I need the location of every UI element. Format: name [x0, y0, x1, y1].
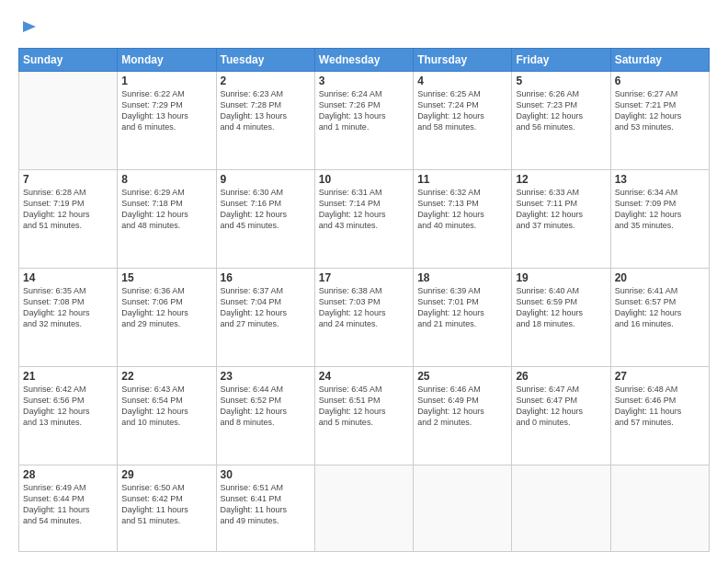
day-number: 24 — [319, 370, 409, 383]
week-row-2: 14Sunrise: 6:35 AM Sunset: 7:08 PM Dayli… — [19, 268, 710, 366]
day-number: 25 — [417, 370, 507, 383]
day-info: Sunrise: 6:36 AM Sunset: 7:06 PM Dayligh… — [121, 285, 211, 330]
calendar-cell — [512, 465, 610, 551]
day-info: Sunrise: 6:32 AM Sunset: 7:13 PM Dayligh… — [417, 187, 507, 232]
week-row-3: 21Sunrise: 6:42 AM Sunset: 6:56 PM Dayli… — [19, 366, 710, 465]
day-info: Sunrise: 6:27 AM Sunset: 7:21 PM Dayligh… — [615, 88, 705, 133]
day-number: 11 — [417, 173, 507, 186]
logo — [18, 15, 38, 39]
logo-arrow-icon — [21, 18, 38, 35]
day-number: 2 — [221, 75, 311, 87]
day-number: 20 — [615, 271, 705, 284]
day-info: Sunrise: 6:29 AM Sunset: 7:18 PM Dayligh… — [121, 187, 211, 232]
week-row-0: 1Sunrise: 6:22 AM Sunset: 7:29 PM Daylig… — [19, 72, 710, 170]
day-number: 22 — [121, 370, 211, 383]
day-number: 14 — [23, 271, 113, 284]
calendar-cell: 18Sunrise: 6:39 AM Sunset: 7:01 PM Dayli… — [414, 268, 512, 366]
calendar-cell: 12Sunrise: 6:33 AM Sunset: 7:11 PM Dayli… — [512, 169, 610, 268]
day-info: Sunrise: 6:43 AM Sunset: 6:54 PM Dayligh… — [121, 384, 211, 429]
day-number: 19 — [516, 271, 606, 284]
calendar-cell: 28Sunrise: 6:49 AM Sunset: 6:44 PM Dayli… — [19, 465, 118, 551]
svg-marker-0 — [23, 21, 36, 32]
day-number: 12 — [516, 173, 606, 186]
day-info: Sunrise: 6:41 AM Sunset: 6:57 PM Dayligh… — [615, 285, 705, 330]
day-info: Sunrise: 6:22 AM Sunset: 7:29 PM Dayligh… — [121, 88, 211, 133]
calendar-cell: 19Sunrise: 6:40 AM Sunset: 6:59 PM Dayli… — [512, 268, 610, 366]
day-info: Sunrise: 6:24 AM Sunset: 7:26 PM Dayligh… — [319, 88, 409, 133]
calendar-cell: 23Sunrise: 6:44 AM Sunset: 6:52 PM Dayli… — [216, 366, 314, 465]
header — [18, 15, 710, 39]
calendar-cell — [314, 465, 413, 551]
col-header-saturday: Saturday — [610, 49, 709, 72]
day-number: 17 — [319, 271, 409, 284]
day-info: Sunrise: 6:47 AM Sunset: 6:47 PM Dayligh… — [516, 384, 606, 429]
calendar-cell: 22Sunrise: 6:43 AM Sunset: 6:54 PM Dayli… — [118, 366, 216, 465]
calendar-cell: 3Sunrise: 6:24 AM Sunset: 7:26 PM Daylig… — [314, 72, 413, 170]
day-info: Sunrise: 6:26 AM Sunset: 7:23 PM Dayligh… — [516, 88, 606, 133]
calendar-cell: 29Sunrise: 6:50 AM Sunset: 6:42 PM Dayli… — [118, 465, 216, 551]
calendar-cell: 5Sunrise: 6:26 AM Sunset: 7:23 PM Daylig… — [512, 72, 610, 170]
calendar-cell: 13Sunrise: 6:34 AM Sunset: 7:09 PM Dayli… — [610, 169, 709, 268]
day-number: 7 — [23, 173, 113, 186]
col-header-tuesday: Tuesday — [216, 49, 314, 72]
col-header-wednesday: Wednesday — [314, 49, 413, 72]
day-info: Sunrise: 6:49 AM Sunset: 6:44 PM Dayligh… — [23, 482, 113, 527]
day-number: 13 — [615, 173, 705, 186]
day-info: Sunrise: 6:38 AM Sunset: 7:03 PM Dayligh… — [319, 285, 409, 330]
day-number: 18 — [417, 271, 507, 284]
col-header-monday: Monday — [118, 49, 216, 72]
day-info: Sunrise: 6:42 AM Sunset: 6:56 PM Dayligh… — [23, 384, 113, 429]
calendar-cell: 7Sunrise: 6:28 AM Sunset: 7:19 PM Daylig… — [19, 169, 118, 268]
col-header-thursday: Thursday — [414, 49, 512, 72]
day-number: 8 — [121, 173, 211, 186]
calendar-cell: 6Sunrise: 6:27 AM Sunset: 7:21 PM Daylig… — [610, 72, 709, 170]
calendar-cell: 10Sunrise: 6:31 AM Sunset: 7:14 PM Dayli… — [314, 169, 413, 268]
calendar-cell: 2Sunrise: 6:23 AM Sunset: 7:28 PM Daylig… — [216, 72, 314, 170]
calendar-table: SundayMondayTuesdayWednesdayThursdayFrid… — [18, 48, 710, 552]
page: SundayMondayTuesdayWednesdayThursdayFrid… — [0, 0, 728, 563]
calendar-cell — [19, 72, 118, 170]
calendar-cell: 17Sunrise: 6:38 AM Sunset: 7:03 PM Dayli… — [314, 268, 413, 366]
calendar-cell: 4Sunrise: 6:25 AM Sunset: 7:24 PM Daylig… — [414, 72, 512, 170]
day-number: 21 — [23, 370, 113, 383]
day-number: 28 — [23, 468, 113, 481]
calendar-cell: 8Sunrise: 6:29 AM Sunset: 7:18 PM Daylig… — [118, 169, 216, 268]
calendar-cell: 11Sunrise: 6:32 AM Sunset: 7:13 PM Dayli… — [414, 169, 512, 268]
calendar-cell: 9Sunrise: 6:30 AM Sunset: 7:16 PM Daylig… — [216, 169, 314, 268]
day-info: Sunrise: 6:25 AM Sunset: 7:24 PM Dayligh… — [417, 88, 507, 133]
day-info: Sunrise: 6:39 AM Sunset: 7:01 PM Dayligh… — [417, 285, 507, 330]
day-number: 27 — [615, 370, 705, 383]
col-header-sunday: Sunday — [19, 49, 118, 72]
calendar-cell: 25Sunrise: 6:46 AM Sunset: 6:49 PM Dayli… — [414, 366, 512, 465]
calendar-cell: 30Sunrise: 6:51 AM Sunset: 6:41 PM Dayli… — [216, 465, 314, 551]
day-info: Sunrise: 6:44 AM Sunset: 6:52 PM Dayligh… — [221, 384, 311, 429]
day-number: 1 — [121, 75, 211, 87]
day-info: Sunrise: 6:40 AM Sunset: 6:59 PM Dayligh… — [516, 285, 606, 330]
calendar-cell: 14Sunrise: 6:35 AM Sunset: 7:08 PM Dayli… — [19, 268, 118, 366]
day-number: 16 — [221, 271, 311, 284]
calendar-cell: 27Sunrise: 6:48 AM Sunset: 6:46 PM Dayli… — [610, 366, 709, 465]
day-info: Sunrise: 6:51 AM Sunset: 6:41 PM Dayligh… — [221, 482, 311, 527]
calendar-cell: 20Sunrise: 6:41 AM Sunset: 6:57 PM Dayli… — [610, 268, 709, 366]
calendar-cell — [414, 465, 512, 551]
week-row-1: 7Sunrise: 6:28 AM Sunset: 7:19 PM Daylig… — [19, 169, 710, 268]
day-info: Sunrise: 6:31 AM Sunset: 7:14 PM Dayligh… — [319, 187, 409, 232]
week-row-4: 28Sunrise: 6:49 AM Sunset: 6:44 PM Dayli… — [19, 465, 710, 551]
day-info: Sunrise: 6:28 AM Sunset: 7:19 PM Dayligh… — [23, 187, 113, 232]
day-info: Sunrise: 6:33 AM Sunset: 7:11 PM Dayligh… — [516, 187, 606, 232]
day-info: Sunrise: 6:50 AM Sunset: 6:42 PM Dayligh… — [121, 482, 211, 527]
day-info: Sunrise: 6:34 AM Sunset: 7:09 PM Dayligh… — [615, 187, 705, 232]
calendar-header-row: SundayMondayTuesdayWednesdayThursdayFrid… — [19, 49, 710, 72]
day-number: 6 — [615, 75, 705, 87]
calendar-cell: 16Sunrise: 6:37 AM Sunset: 7:04 PM Dayli… — [216, 268, 314, 366]
calendar-cell: 21Sunrise: 6:42 AM Sunset: 6:56 PM Dayli… — [19, 366, 118, 465]
day-info: Sunrise: 6:35 AM Sunset: 7:08 PM Dayligh… — [23, 285, 113, 330]
day-info: Sunrise: 6:46 AM Sunset: 6:49 PM Dayligh… — [417, 384, 507, 429]
day-number: 29 — [121, 468, 211, 481]
day-info: Sunrise: 6:30 AM Sunset: 7:16 PM Dayligh… — [221, 187, 311, 232]
day-number: 3 — [319, 75, 409, 87]
day-number: 30 — [221, 468, 311, 481]
day-info: Sunrise: 6:37 AM Sunset: 7:04 PM Dayligh… — [221, 285, 311, 330]
day-info: Sunrise: 6:45 AM Sunset: 6:51 PM Dayligh… — [319, 384, 409, 429]
calendar-cell: 24Sunrise: 6:45 AM Sunset: 6:51 PM Dayli… — [314, 366, 413, 465]
